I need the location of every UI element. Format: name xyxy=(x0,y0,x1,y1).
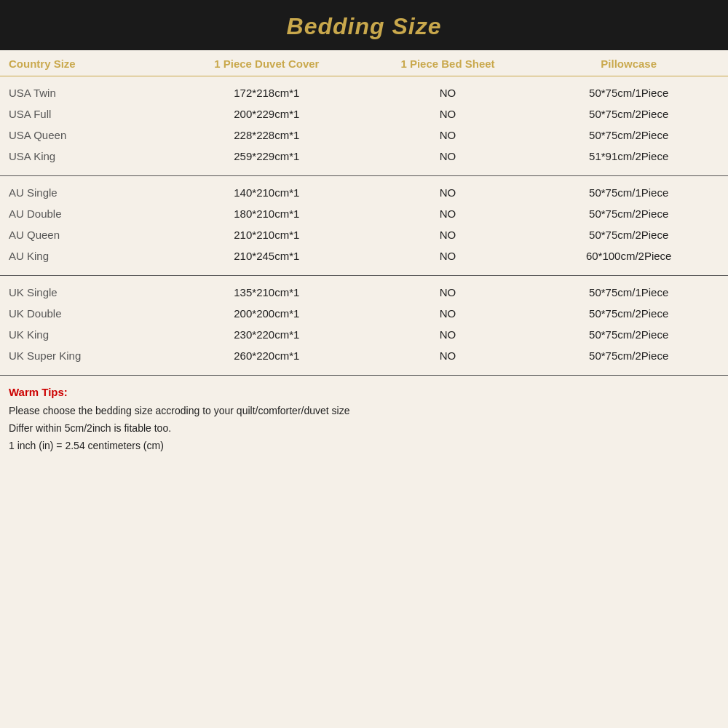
table-row: AU Single140*210cm*1NO50*75cm/1Piece xyxy=(0,179,728,200)
cell-duvet: 180*210cm*1 xyxy=(176,207,357,220)
cell-duvet: 172*218cm*1 xyxy=(176,87,357,99)
cell-sheet: NO xyxy=(357,328,539,341)
cell-sheet: NO xyxy=(357,108,539,120)
cell-sheet: NO xyxy=(357,186,539,199)
header-bar: Bedding Size xyxy=(0,0,728,50)
cell-country: USA King xyxy=(9,150,176,162)
cell-pillow: 50*75cm/1Piece xyxy=(538,87,719,99)
cell-country: UK Super King xyxy=(9,349,176,362)
cell-pillow: 50*75cm/1Piece xyxy=(538,286,719,298)
cell-duvet: 135*210cm*1 xyxy=(176,286,357,298)
cell-duvet: 210*245cm*1 xyxy=(176,250,357,262)
cell-pillow: 50*75cm/2Piece xyxy=(538,328,719,341)
cell-sheet: NO xyxy=(357,349,539,362)
cell-pillow: 51*91cm/2Piece xyxy=(538,150,719,162)
cell-sheet: NO xyxy=(357,150,539,162)
table-row: UK Single135*210cm*1NO50*75cm/1Piece xyxy=(0,279,728,300)
cell-country: UK Single xyxy=(9,286,176,298)
table-row: UK Super King260*220cm*1NO50*75cm/2Piece xyxy=(0,342,728,363)
cell-duvet: 140*210cm*1 xyxy=(176,186,357,199)
section-usa: USA Twin172*218cm*1NO50*75cm/1PieceUSA F… xyxy=(0,76,728,176)
cell-sheet: NO xyxy=(357,129,539,141)
col-header-duvet: 1 Piece Duvet Cover xyxy=(176,58,357,70)
cell-country: AU Single xyxy=(9,186,176,199)
table-row: UK Double200*200cm*1NO50*75cm/2Piece xyxy=(0,300,728,321)
cell-country: UK King xyxy=(9,328,176,341)
section-au: AU Single140*210cm*1NO50*75cm/1PieceAU D… xyxy=(0,176,728,276)
col-header-sheet: 1 Piece Bed Sheet xyxy=(357,58,539,70)
table-row: USA Full200*229cm*1NO50*75cm/2Piece xyxy=(0,100,728,122)
cell-sheet: NO xyxy=(357,250,539,262)
cell-pillow: 50*75cm/2Piece xyxy=(538,349,719,362)
cell-duvet: 230*220cm*1 xyxy=(176,328,357,341)
sections-container: USA Twin172*218cm*1NO50*75cm/1PieceUSA F… xyxy=(0,76,728,376)
table-row: USA King259*229cm*1NO51*91cm/2Piece xyxy=(0,143,728,164)
table-row: USA Queen228*228cm*1NO50*75cm/2Piece xyxy=(0,122,728,143)
cell-country: USA Full xyxy=(9,108,176,120)
cell-pillow: 50*75cm/2Piece xyxy=(538,207,719,220)
cell-sheet: NO xyxy=(357,307,539,320)
cell-duvet: 259*229cm*1 xyxy=(176,150,357,162)
cell-sheet: NO xyxy=(357,87,539,99)
cell-pillow: 60*100cm/2Piece xyxy=(538,250,719,262)
section-uk: UK Single135*210cm*1NO50*75cm/1PieceUK D… xyxy=(0,276,728,376)
cell-country: AU King xyxy=(9,250,176,262)
cell-duvet: 210*210cm*1 xyxy=(176,229,357,241)
table-row: USA Twin172*218cm*1NO50*75cm/1Piece xyxy=(0,79,728,100)
cell-duvet: 260*220cm*1 xyxy=(176,349,357,362)
cell-sheet: NO xyxy=(357,207,539,220)
cell-country: USA Twin xyxy=(9,87,176,99)
cell-duvet: 228*228cm*1 xyxy=(176,129,357,141)
cell-duvet: 200*229cm*1 xyxy=(176,108,357,120)
cell-duvet: 200*200cm*1 xyxy=(176,307,357,320)
cell-sheet: NO xyxy=(357,229,539,241)
warm-tips-line: Please choose the bedding size accroding… xyxy=(9,403,719,420)
cell-country: AU Queen xyxy=(9,229,176,241)
table-row: UK King230*220cm*1NO50*75cm/2Piece xyxy=(0,321,728,342)
page-title: Bedding Size xyxy=(287,13,442,39)
cell-pillow: 50*75cm/2Piece xyxy=(538,229,719,241)
warm-tips-section: Warm Tips: Please choose the bedding siz… xyxy=(0,376,728,462)
warm-tips-line: 1 inch (in) = 2.54 centimeters (cm) xyxy=(9,438,719,455)
cell-country: AU Double xyxy=(9,207,176,220)
warm-tips-text: Please choose the bedding size accroding… xyxy=(9,403,719,454)
cell-sheet: NO xyxy=(357,286,539,298)
table-row: AU Double180*210cm*1NO50*75cm/2Piece xyxy=(0,200,728,221)
cell-pillow: 50*75cm/1Piece xyxy=(538,186,719,199)
col-header-pillow: Pillowcase xyxy=(538,58,719,70)
page-wrapper: Bedding Size Country Size 1 Piece Duvet … xyxy=(0,0,728,728)
table-row: AU Queen210*210cm*1NO50*75cm/2Piece xyxy=(0,221,728,242)
col-header-country: Country Size xyxy=(9,58,176,70)
cell-country: USA Queen xyxy=(9,129,176,141)
warm-tips-label: Warm Tips: xyxy=(9,386,719,398)
warm-tips-line: Differ within 5cm/2inch is fitable too. xyxy=(9,420,719,438)
cell-country: UK Double xyxy=(9,307,176,320)
column-headers: Country Size 1 Piece Duvet Cover 1 Piece… xyxy=(0,50,728,76)
cell-pillow: 50*75cm/2Piece xyxy=(538,108,719,120)
cell-pillow: 50*75cm/2Piece xyxy=(538,307,719,320)
cell-pillow: 50*75cm/2Piece xyxy=(538,129,719,141)
table-row: AU King210*245cm*1NO60*100cm/2Piece xyxy=(0,242,728,264)
